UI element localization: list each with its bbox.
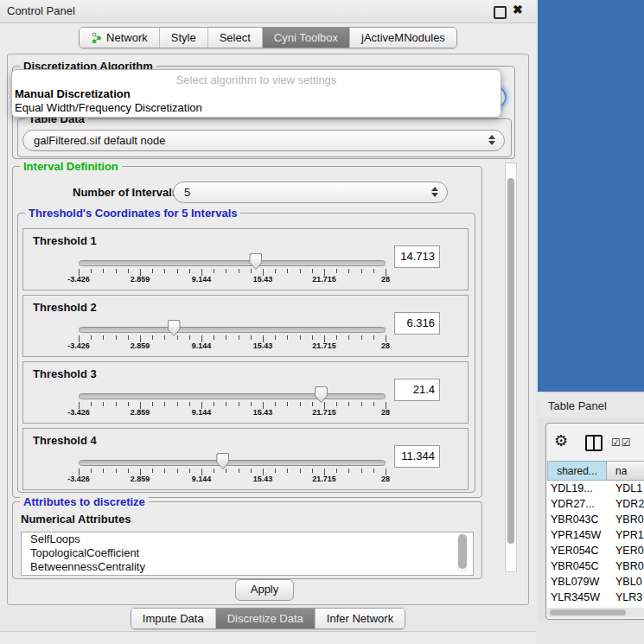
minor-tick xyxy=(128,335,129,340)
attribute-list-item[interactable]: SelfLoops xyxy=(22,532,473,546)
float-window-icon[interactable] xyxy=(494,6,507,19)
threshold-panel-1: Threshold 1-3.4262.8599.14415.4321.71528… xyxy=(22,228,469,290)
threshold-value-input[interactable]: 21.4 xyxy=(394,379,440,401)
scrollbar-thumb[interactable] xyxy=(458,534,467,569)
tab-style[interactable]: Style xyxy=(159,28,207,48)
cell-shared-name[interactable]: YDL19... xyxy=(547,481,607,496)
settings-vertical-scrollbar[interactable] xyxy=(505,163,517,572)
minor-tick xyxy=(287,335,288,340)
close-icon[interactable]: ✖ xyxy=(513,3,523,16)
table-row[interactable]: YBL079WYBL0 xyxy=(547,574,644,590)
cell-shared-name[interactable]: YBL079W xyxy=(547,574,607,590)
cell-name[interactable]: YBL0 xyxy=(607,574,642,590)
tick-label: 15.43 xyxy=(253,275,273,284)
minor-tick xyxy=(91,335,92,340)
cell-name[interactable]: YPR1 xyxy=(607,527,644,543)
table-row[interactable]: YPR145WYPR1 xyxy=(547,527,644,543)
cell-name[interactable]: YER0 xyxy=(607,543,644,558)
column-header-shared-name[interactable]: shared... xyxy=(547,461,607,481)
cell-shared-name[interactable]: YPR145W xyxy=(547,527,607,543)
minor-tick xyxy=(300,335,301,340)
top-tab-bar: NetworkStyleSelectCyni ToolboxjActiveMNo… xyxy=(0,27,536,48)
threshold-value-input[interactable]: 11.344 xyxy=(394,445,440,468)
minor-tick xyxy=(300,402,301,406)
minor-tick xyxy=(91,269,92,273)
threshold-label: Threshold 4 xyxy=(33,434,97,447)
tab-network[interactable]: Network xyxy=(80,28,159,48)
dropdown-option-equal-width-frequency[interactable]: Equal Width/Frequency Discretization xyxy=(15,101,202,114)
cell-shared-name[interactable]: YBR043C xyxy=(547,512,607,527)
attribute-list-item[interactable]: BetweennessCentrality xyxy=(22,560,473,574)
group-title-attributes: Attributes to discretize xyxy=(20,495,149,508)
slider-track[interactable] xyxy=(79,260,386,266)
apply-button[interactable]: Apply xyxy=(235,579,294,601)
minor-tick xyxy=(287,269,288,273)
threshold-value-input[interactable]: 6.316 xyxy=(394,312,440,335)
slider-thumb[interactable] xyxy=(216,453,229,469)
tick-label: 2.859 xyxy=(131,408,150,417)
tab-impute-data[interactable]: Impute Data xyxy=(131,609,215,628)
slider-track[interactable] xyxy=(79,460,386,466)
number-of-intervals-value: 5 xyxy=(184,186,190,199)
slider-thumb[interactable] xyxy=(315,386,328,403)
minor-tick xyxy=(348,469,349,473)
dropdown-hint: Select algorithm to view settings xyxy=(12,73,501,86)
slider-thumb[interactable] xyxy=(168,320,181,336)
table-row[interactable]: YBR045CYBR0 xyxy=(547,558,644,574)
cell-shared-name[interactable]: YDR27... xyxy=(547,496,607,512)
tick-label: 28 xyxy=(381,275,390,284)
tab-infer-network[interactable]: Infer Network xyxy=(315,609,405,628)
table-row[interactable]: YDR27...YDR2 xyxy=(547,496,644,512)
tab-select[interactable]: Select xyxy=(207,28,262,48)
number-of-intervals-combobox[interactable]: 5 xyxy=(173,182,448,203)
minor-tick xyxy=(103,402,104,406)
cell-name[interactable]: YBR0 xyxy=(607,512,644,527)
table-horizontal-scrollbar[interactable] xyxy=(547,608,644,617)
minor-tick xyxy=(116,335,117,340)
column-layout-icon[interactable] xyxy=(585,435,603,451)
attribute-list-item[interactable]: TopologicalCoefficient xyxy=(22,546,473,560)
column-header-name[interactable]: na xyxy=(607,461,644,481)
cell-shared-name[interactable]: YBR045C xyxy=(547,558,607,574)
slider-thumb[interactable] xyxy=(249,253,262,270)
tab-label: Network xyxy=(106,31,148,44)
threshold-value-input[interactable]: 14.713 xyxy=(394,245,440,268)
tab-jactivemnodules[interactable]: jActiveMNodules xyxy=(349,28,456,48)
minor-tick xyxy=(152,402,153,406)
tick-label: 28 xyxy=(381,475,390,483)
dropdown-option-manual-discretization[interactable]: Manual Discretization xyxy=(15,87,131,100)
cell-shared-name[interactable]: YER054C xyxy=(547,543,607,558)
slider-track[interactable] xyxy=(79,393,386,399)
table-row[interactable]: YER054CYER0 xyxy=(547,543,644,558)
cell-name[interactable]: YLR3 xyxy=(607,590,642,605)
tab-cyni-toolbox[interactable]: Cyni Toolbox xyxy=(262,28,349,48)
cell-name[interactable]: YDL1 xyxy=(607,481,642,496)
bottom-tab-bar: Impute DataDiscretize DataInfer Network xyxy=(0,608,536,629)
minor-tick xyxy=(103,335,104,340)
cell-shared-name[interactable]: YLR345W xyxy=(547,590,607,605)
table-row[interactable]: YDL19...YDL1 xyxy=(547,481,644,496)
scrollbar-thumb[interactable] xyxy=(550,609,626,615)
select-columns-icon[interactable]: ☑☑ xyxy=(611,437,632,449)
minor-tick xyxy=(189,402,190,406)
table-row[interactable]: YLR345WYLR3 xyxy=(547,590,644,605)
scrollbar-thumb[interactable] xyxy=(507,178,514,544)
gear-icon[interactable]: ⚙ xyxy=(554,431,568,450)
table-row[interactable]: YBR043CYBR0 xyxy=(547,512,644,527)
tab-discretize-data[interactable]: Discretize Data xyxy=(215,609,315,628)
numerical-attributes-list[interactable]: SelfLoopsTopologicalCoefficientBetweenne… xyxy=(21,532,474,576)
threshold-panel-2: Threshold 2-3.4262.8599.14415.4321.71528… xyxy=(22,295,469,357)
table-data-combobox[interactable]: galFiltered.sif default node xyxy=(22,130,505,151)
slider-track[interactable] xyxy=(79,327,386,333)
node-table[interactable]: YDL19...YDL1YDR27...YDR2YBR043CYBR0YPR14… xyxy=(547,481,644,608)
minor-tick xyxy=(348,402,349,406)
table-panel-titlebar: Table Panel xyxy=(538,392,644,418)
table-data-value: galFiltered.sif default node xyxy=(34,134,165,147)
table-panel-title: Table Panel xyxy=(548,399,607,412)
cell-name[interactable]: YDR2 xyxy=(607,496,644,512)
cell-name[interactable]: YBR0 xyxy=(607,558,644,574)
minor-tick xyxy=(128,469,129,473)
control-panel-titlebar: Control Panel ✖ xyxy=(0,0,536,23)
attributes-list-scrollbar[interactable] xyxy=(457,533,468,572)
minor-tick xyxy=(251,269,252,273)
